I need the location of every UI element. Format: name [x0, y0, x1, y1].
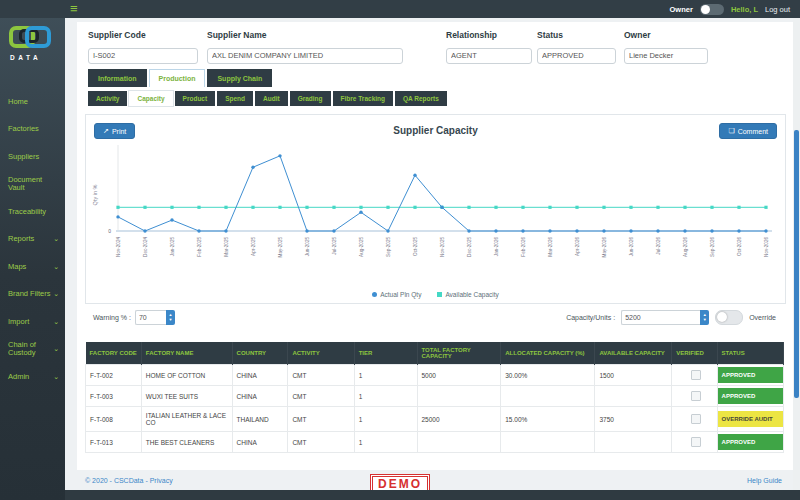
cell-allocated-capacity [501, 432, 595, 453]
sidebar-item-label: Maps [8, 263, 26, 271]
sidebar-item-document-vault[interactable]: Document Vault [0, 171, 65, 199]
verified-checkbox[interactable] [691, 391, 701, 401]
sidebar-item-label: Document Vault [8, 176, 59, 192]
status-badge: OVERRIDE AUDIT [718, 411, 783, 427]
svg-text:Feb-2026: Feb-2026 [521, 237, 526, 257]
footer-copyright: © 2020 - CSCData - Privacy [85, 477, 173, 484]
capacity-spinner[interactable]: ▲▼ [700, 310, 709, 325]
cell-tier: 1 [354, 365, 417, 386]
svg-text:Mar-2026: Mar-2026 [548, 237, 553, 257]
sidebar-item-admin[interactable]: Admin⌄ [0, 363, 65, 391]
sidebar-item-suppliers[interactable]: Suppliers [0, 143, 65, 171]
field-input[interactable] [624, 48, 708, 64]
svg-text:Jul-2025: Jul-2025 [332, 237, 337, 255]
cell-available-capacity [595, 386, 672, 407]
sidebar-item-label: Admin [8, 373, 29, 381]
capacity-controls: Warning % : ▲▼ Capacity/Units : ▲▼ Overr… [85, 310, 784, 330]
tab-activity[interactable]: Activity [88, 91, 127, 106]
chevron-down-icon: ⌄ [53, 235, 59, 243]
verified-checkbox[interactable] [691, 414, 701, 424]
tab-product[interactable]: Product [175, 91, 216, 106]
tab-fibre-tracking[interactable]: Fibre Tracking [333, 91, 393, 106]
tab-capacity[interactable]: Capacity [129, 91, 172, 106]
sidebar-item-home[interactable]: Home [0, 88, 65, 116]
field-input[interactable] [207, 48, 403, 64]
supplier-capacity-chart: 0Qty in %Nov-2024Dec-2024Jan-2025Feb-202… [88, 143, 780, 278]
factories-table: FACTORY CODEFACTORY NAMECOUNTRYACTIVITYT… [85, 342, 784, 453]
spinner-down-icon[interactable]: ▼ [168, 318, 172, 322]
svg-text:Jun-2025: Jun-2025 [305, 237, 310, 257]
capacity-units-input[interactable] [621, 310, 700, 325]
verified-checkbox[interactable] [691, 370, 701, 380]
sidebar-item-maps[interactable]: Maps⌄ [0, 253, 65, 281]
tab-supply-chain[interactable]: Supply Chain [207, 69, 272, 87]
field-input[interactable] [537, 48, 616, 64]
logo-ring-blue-icon [25, 26, 51, 48]
svg-text:Nov-2026: Nov-2026 [764, 237, 769, 257]
sidebar-item-label: Import [8, 318, 29, 326]
cell-activity: CMT [288, 386, 354, 407]
cell-factory-name: THE BEST CLEANERS [141, 432, 232, 453]
sidebar-item-reports[interactable]: Reports⌄ [0, 226, 65, 254]
svg-text:Jul-2026: Jul-2026 [656, 237, 661, 255]
sidebar-item-traceability[interactable]: Traceability [0, 198, 65, 226]
hamburger-menu-icon[interactable]: ≡ [70, 1, 78, 17]
legend-item-available-capacity[interactable]: Available Capacity [437, 291, 498, 298]
col-header-country: COUNTRY [232, 342, 288, 365]
svg-text:May-2025: May-2025 [278, 237, 283, 258]
cell-allocated-capacity [501, 386, 595, 407]
sidebar-item-factories[interactable]: Factories [0, 116, 65, 144]
verified-checkbox[interactable] [691, 437, 701, 447]
tab-qa-reports[interactable]: QA Reports [395, 91, 447, 106]
field-label: Status [537, 30, 616, 40]
sidebar-item-label: Reports [8, 235, 34, 243]
table-row[interactable]: F-T-008ITALIAN LEATHER & LACE COTHAILAND… [86, 407, 784, 432]
field-status: Status [537, 30, 616, 64]
tab-spend[interactable]: Spend [217, 91, 253, 106]
table-row[interactable]: F-T-013THE BEST CLEANERSCHINACMT1APPROVE… [86, 432, 784, 453]
cell-available-capacity [595, 432, 672, 453]
tab-production[interactable]: Production [149, 69, 206, 87]
table-row[interactable]: F-T-003WUXI TEE SUITSCHINACMT1APPROVED [86, 386, 784, 407]
help-guide-link[interactable]: Help Guide [747, 477, 782, 484]
svg-text:Aug-2025: Aug-2025 [359, 237, 364, 257]
page-scrollbar[interactable] [793, 18, 800, 490]
copyright-text: © 2020 - CSCData - [85, 477, 148, 484]
cell-status: APPROVED [717, 365, 783, 386]
table-row[interactable]: F-T-002HOME OF COTTONCHINACMT1500030.00%… [86, 365, 784, 386]
status-badge: APPROVED [718, 367, 783, 383]
spinner-down-icon[interactable]: ▼ [703, 318, 707, 322]
sidebar-item-label: Suppliers [8, 153, 39, 161]
col-header-factory-name: FACTORY NAME [141, 342, 232, 365]
tab-audit[interactable]: Audit [255, 91, 288, 106]
sidebar: DATA HomeFactoriesSuppliersDocument Vaul… [0, 0, 65, 500]
svg-text:Feb-2025: Feb-2025 [197, 237, 202, 257]
sidebar-item-label: Chain of Custody [8, 341, 53, 357]
comment-button[interactable]: ❏ Comment [719, 123, 777, 139]
svg-text:Apr-2025: Apr-2025 [251, 237, 256, 256]
sidebar-item-brand-filters[interactable]: Brand Filters⌄ [0, 281, 65, 309]
comment-button-label: Comment [738, 128, 768, 135]
legend-item-actual-pln-qty[interactable]: Actual Pln Qty [372, 291, 421, 298]
scrollbar-thumb[interactable] [794, 130, 799, 398]
field-input[interactable] [88, 48, 198, 64]
cell-tier: 1 [354, 432, 417, 453]
sidebar-item-label: Brand Filters [8, 290, 51, 298]
privacy-link[interactable]: Privacy [150, 477, 173, 484]
sidebar-item-chain-of-custody[interactable]: Chain of Custody⌄ [0, 336, 65, 364]
svg-text:Sep-2026: Sep-2026 [710, 237, 715, 257]
owner-toggle[interactable] [700, 4, 724, 15]
warning-percent-input[interactable] [135, 310, 166, 325]
capacity-chart-card: ↗ Print Supplier Capacity ❏ Comment 0Qty… [85, 114, 786, 304]
cell-status: APPROVED [717, 386, 783, 407]
logout-link[interactable]: Log out [765, 5, 790, 14]
field-input[interactable] [446, 48, 532, 64]
sidebar-item-import[interactable]: Import⌄ [0, 308, 65, 336]
cell-total-capacity: 5000 [417, 365, 501, 386]
legend-label: Actual Pln Qty [380, 291, 421, 298]
warning-spinner[interactable]: ▲▼ [166, 310, 175, 325]
tab-grading[interactable]: Grading [290, 91, 331, 106]
tab-information[interactable]: Information [88, 69, 147, 87]
sidebar-item-label: Traceability [8, 208, 46, 216]
override-toggle[interactable] [715, 310, 743, 325]
